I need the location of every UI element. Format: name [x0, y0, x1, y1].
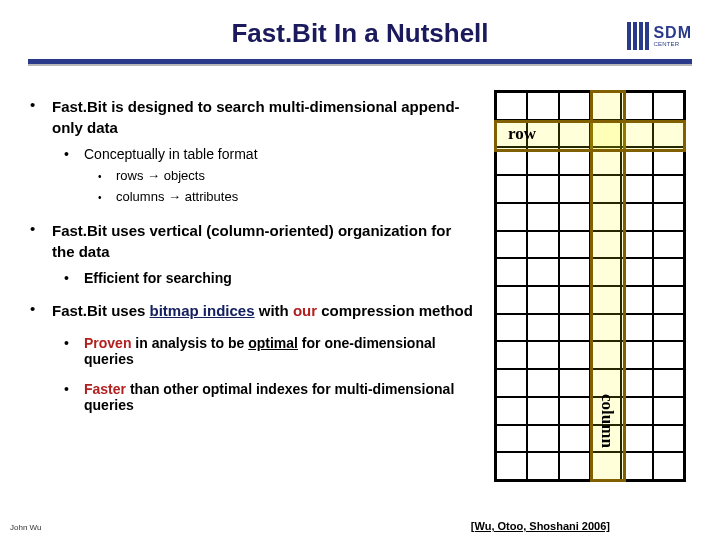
bullet-2-1: • Efficient for searching — [64, 270, 475, 286]
bullet-3-1: • Proven in analysis to be optimal for o… — [64, 335, 475, 367]
brand-logo: SDM CENTER — [627, 22, 692, 50]
bullet-1-1: • Conceptually in table format — [64, 146, 475, 162]
bullet-3-2: • Faster than other optimal indexes for … — [64, 381, 475, 413]
bullet-1-1-1: • rows → objects — [98, 168, 475, 183]
logo-stripes — [627, 22, 649, 50]
diagram-grid: row column — [494, 90, 686, 482]
row-label: row — [508, 124, 536, 144]
author: John Wu — [10, 523, 41, 532]
bullet-dot: • — [64, 335, 84, 367]
bullet-1: • Fast.Bit is designed to search multi-d… — [30, 96, 475, 138]
bullet-3-text: Fast.Bit uses bitmap indices with our co… — [52, 300, 473, 321]
bullet-dot: • — [64, 381, 84, 413]
bullet-1-1-text: Conceptually in table format — [84, 146, 258, 162]
bullet-1-1-2-text: columns → attributes — [116, 189, 238, 204]
bullet-2-text: Fast.Bit uses vertical (column-oriented)… — [52, 220, 475, 262]
bullet-dot: • — [30, 300, 52, 321]
table-diagram: row column — [494, 90, 686, 490]
citation: [Wu, Otoo, Shoshani 2006] — [471, 520, 610, 532]
bullet-1-1-1-text: rows → objects — [116, 168, 205, 183]
bullet-2: • Fast.Bit uses vertical (column-oriente… — [30, 220, 475, 262]
slide-title: Fast.Bit In a Nutshell — [0, 0, 720, 59]
bullet-list: • Fast.Bit is designed to search multi-d… — [30, 96, 475, 413]
logo-sub: CENTER — [653, 41, 692, 47]
arrow-icon: → — [168, 189, 181, 204]
bullet-dot: • — [64, 146, 84, 162]
bullet-dot: • — [64, 270, 84, 286]
logo-main: SDM — [653, 25, 692, 41]
bullet-dot: • — [30, 96, 52, 138]
bullet-dot: • — [98, 168, 116, 183]
bullet-1-text: Fast.Bit is designed to search multi-dim… — [52, 96, 475, 138]
bullet-dot: • — [30, 220, 52, 262]
bullet-2-1-text: Efficient for searching — [84, 270, 232, 286]
column-label: column — [597, 394, 617, 448]
arrow-icon: → — [147, 168, 160, 183]
bullet-3-1-text: Proven in analysis to be optimal for one… — [84, 335, 475, 367]
bullet-3: • Fast.Bit uses bitmap indices with our … — [30, 300, 475, 321]
bullet-1-1-2: • columns → attributes — [98, 189, 475, 204]
bullet-3-2-text: Faster than other optimal indexes for mu… — [84, 381, 475, 413]
bullet-dot: • — [98, 189, 116, 204]
